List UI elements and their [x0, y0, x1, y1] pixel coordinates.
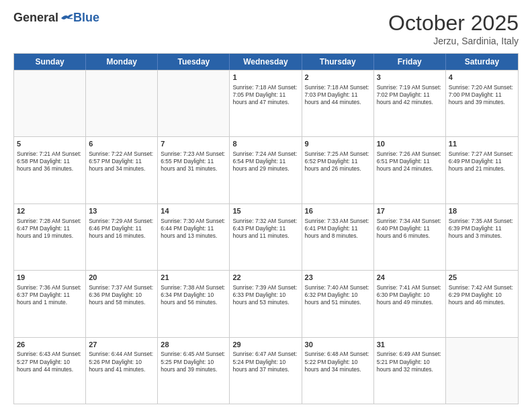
calendar-row-4: 19Sunrise: 7:36 AM Sunset: 6:37 PM Dayli… [14, 270, 518, 336]
title-block: October 2025 Jerzu, Sardinia, Italy [388, 11, 519, 46]
day-number: 28 [161, 340, 226, 350]
day-number: 14 [161, 206, 226, 216]
cell-info: Sunrise: 7:27 AM Sunset: 6:49 PM Dayligh… [449, 150, 515, 173]
month-title: October 2025 [388, 11, 519, 36]
day-number: 10 [377, 139, 443, 149]
header-tuesday: Tuesday [158, 54, 230, 70]
cell-info: Sunrise: 7:23 AM Sunset: 6:55 PM Dayligh… [161, 150, 226, 173]
location: Jerzu, Sardinia, Italy [388, 36, 519, 46]
cell-info: Sunrise: 7:42 AM Sunset: 6:29 PM Dayligh… [449, 284, 515, 306]
day-number: 23 [305, 273, 371, 283]
day-number: 8 [232, 139, 298, 149]
day-number: 20 [89, 273, 154, 283]
day-number: 15 [232, 206, 298, 216]
cell-info: Sunrise: 7:38 AM Sunset: 6:34 PM Dayligh… [161, 284, 226, 306]
header-friday: Friday [374, 54, 446, 70]
day-number: 17 [377, 206, 443, 216]
calendar: Sunday Monday Tuesday Wednesday Thursday… [13, 53, 519, 404]
day-number: 27 [89, 340, 154, 350]
calendar-cell: 4Sunrise: 7:20 AM Sunset: 7:00 PM Daylig… [446, 71, 518, 136]
calendar-cell: 29Sunrise: 6:47 AM Sunset: 5:24 PM Dayli… [230, 338, 302, 404]
header-wednesday: Wednesday [230, 54, 302, 70]
cell-info: Sunrise: 7:20 AM Sunset: 7:00 PM Dayligh… [449, 84, 515, 106]
calendar-cell: 26Sunrise: 6:43 AM Sunset: 5:27 PM Dayli… [14, 338, 86, 404]
day-number: 21 [161, 273, 226, 283]
calendar-cell: 16Sunrise: 7:33 AM Sunset: 6:41 PM Dayli… [302, 204, 374, 270]
cell-info: Sunrise: 6:48 AM Sunset: 5:22 PM Dayligh… [305, 351, 371, 373]
cell-info: Sunrise: 7:26 AM Sunset: 6:51 PM Dayligh… [377, 150, 443, 173]
header-saturday: Saturday [446, 54, 518, 70]
day-number: 29 [232, 340, 298, 350]
cell-info: Sunrise: 7:21 AM Sunset: 6:58 PM Dayligh… [17, 150, 83, 173]
calendar-cell: 14Sunrise: 7:30 AM Sunset: 6:44 PM Dayli… [158, 204, 230, 270]
cell-info: Sunrise: 7:24 AM Sunset: 6:54 PM Dayligh… [232, 150, 298, 173]
cell-info: Sunrise: 7:29 AM Sunset: 6:46 PM Dayligh… [89, 218, 154, 240]
calendar-row-2: 5Sunrise: 7:21 AM Sunset: 6:58 PM Daylig… [14, 136, 518, 203]
calendar-cell: 1Sunrise: 7:18 AM Sunset: 7:05 PM Daylig… [230, 71, 302, 136]
calendar-row-1: 1Sunrise: 7:18 AM Sunset: 7:05 PM Daylig… [14, 70, 518, 136]
cell-info: Sunrise: 6:45 AM Sunset: 5:25 PM Dayligh… [161, 351, 226, 373]
calendar-cell: 12Sunrise: 7:28 AM Sunset: 6:47 PM Dayli… [14, 204, 86, 270]
cell-info: Sunrise: 7:18 AM Sunset: 7:05 PM Dayligh… [232, 84, 298, 106]
day-number: 4 [449, 73, 515, 83]
day-number: 16 [305, 206, 371, 216]
cell-info: Sunrise: 7:32 AM Sunset: 6:43 PM Dayligh… [232, 218, 298, 240]
day-number: 22 [232, 273, 298, 283]
calendar-cell [158, 71, 230, 136]
day-number: 30 [305, 340, 371, 350]
cell-info: Sunrise: 7:35 AM Sunset: 6:39 PM Dayligh… [449, 218, 515, 240]
day-number: 24 [377, 273, 443, 283]
cell-info: Sunrise: 7:39 AM Sunset: 6:33 PM Dayligh… [232, 284, 298, 306]
day-number: 26 [17, 340, 83, 350]
calendar-cell: 31Sunrise: 6:49 AM Sunset: 5:21 PM Dayli… [374, 338, 446, 404]
day-number: 6 [89, 139, 154, 149]
cell-info: Sunrise: 7:37 AM Sunset: 6:36 PM Dayligh… [89, 284, 154, 306]
calendar-cell: 22Sunrise: 7:39 AM Sunset: 6:33 PM Dayli… [230, 271, 302, 336]
day-number: 2 [305, 73, 371, 83]
cell-info: Sunrise: 6:47 AM Sunset: 5:24 PM Dayligh… [232, 351, 298, 373]
cell-info: Sunrise: 7:22 AM Sunset: 6:57 PM Dayligh… [89, 150, 154, 173]
day-number: 11 [449, 139, 515, 149]
calendar-cell: 2Sunrise: 7:18 AM Sunset: 7:03 PM Daylig… [302, 71, 374, 136]
cell-info: Sunrise: 7:36 AM Sunset: 6:37 PM Dayligh… [17, 284, 83, 306]
calendar-cell: 6Sunrise: 7:22 AM Sunset: 6:57 PM Daylig… [86, 137, 158, 203]
calendar-cell [446, 338, 518, 404]
calendar-cell [14, 71, 86, 136]
cell-info: Sunrise: 7:34 AM Sunset: 6:40 PM Dayligh… [377, 218, 443, 240]
logo-general-text: General [13, 11, 58, 25]
calendar-cell: 17Sunrise: 7:34 AM Sunset: 6:40 PM Dayli… [374, 204, 446, 270]
day-number: 5 [17, 139, 83, 149]
day-number: 7 [161, 139, 226, 149]
cell-info: Sunrise: 7:40 AM Sunset: 6:32 PM Dayligh… [305, 284, 371, 306]
cell-info: Sunrise: 7:33 AM Sunset: 6:41 PM Dayligh… [305, 218, 371, 240]
calendar-cell: 28Sunrise: 6:45 AM Sunset: 5:25 PM Dayli… [158, 338, 230, 404]
calendar-cell: 8Sunrise: 7:24 AM Sunset: 6:54 PM Daylig… [230, 137, 302, 203]
calendar-cell: 18Sunrise: 7:35 AM Sunset: 6:39 PM Dayli… [446, 204, 518, 270]
calendar-cell: 21Sunrise: 7:38 AM Sunset: 6:34 PM Dayli… [158, 271, 230, 336]
calendar-cell: 27Sunrise: 6:44 AM Sunset: 5:26 PM Dayli… [86, 338, 158, 404]
cell-info: Sunrise: 6:49 AM Sunset: 5:21 PM Dayligh… [377, 351, 443, 373]
day-number: 1 [232, 73, 298, 83]
day-number: 31 [377, 340, 443, 350]
page: General Blue October 2025 Jerzu, Sardini… [0, 0, 532, 411]
calendar-row-3: 12Sunrise: 7:28 AM Sunset: 6:47 PM Dayli… [14, 203, 518, 270]
calendar-header: Sunday Monday Tuesday Wednesday Thursday… [14, 54, 518, 70]
calendar-cell: 10Sunrise: 7:26 AM Sunset: 6:51 PM Dayli… [374, 137, 446, 203]
calendar-cell: 23Sunrise: 7:40 AM Sunset: 6:32 PM Dayli… [302, 271, 374, 336]
calendar-cell: 11Sunrise: 7:27 AM Sunset: 6:49 PM Dayli… [446, 137, 518, 203]
cell-info: Sunrise: 7:19 AM Sunset: 7:02 PM Dayligh… [377, 84, 443, 106]
cell-info: Sunrise: 7:28 AM Sunset: 6:47 PM Dayligh… [17, 218, 83, 240]
calendar-body: 1Sunrise: 7:18 AM Sunset: 7:05 PM Daylig… [14, 70, 518, 404]
logo: General Blue [13, 11, 99, 25]
calendar-cell: 13Sunrise: 7:29 AM Sunset: 6:46 PM Dayli… [86, 204, 158, 270]
header: General Blue October 2025 Jerzu, Sardini… [13, 11, 519, 46]
calendar-cell: 30Sunrise: 6:48 AM Sunset: 5:22 PM Dayli… [302, 338, 374, 404]
calendar-cell: 5Sunrise: 7:21 AM Sunset: 6:58 PM Daylig… [14, 137, 86, 203]
day-number: 13 [89, 206, 154, 216]
calendar-cell: 7Sunrise: 7:23 AM Sunset: 6:55 PM Daylig… [158, 137, 230, 203]
day-number: 18 [449, 206, 515, 216]
calendar-cell: 15Sunrise: 7:32 AM Sunset: 6:43 PM Dayli… [230, 204, 302, 270]
logo-bird-icon [60, 13, 73, 24]
day-number: 3 [377, 73, 443, 83]
calendar-cell: 9Sunrise: 7:25 AM Sunset: 6:52 PM Daylig… [302, 137, 374, 203]
